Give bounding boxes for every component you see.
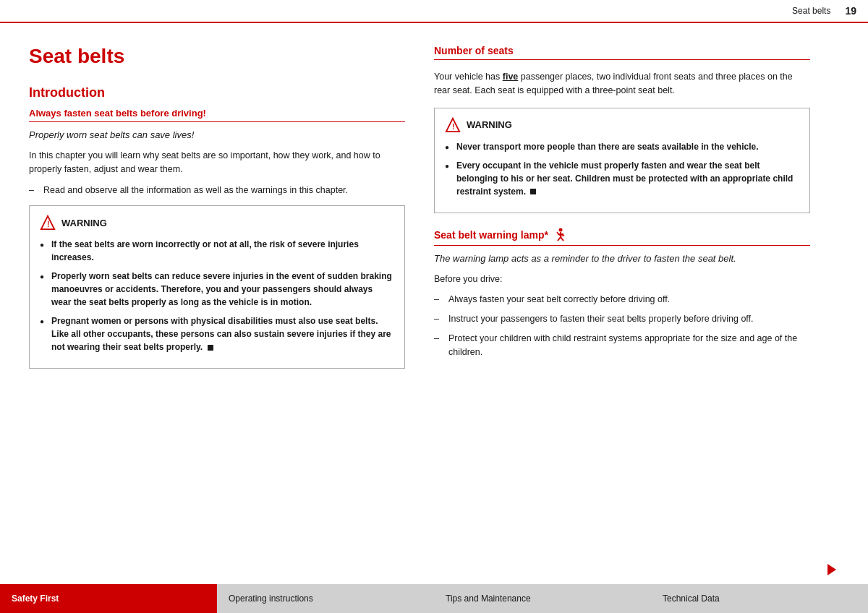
header-section-label: Seat belts (792, 6, 830, 16)
section-heading-introduction: Introduction (29, 85, 405, 100)
before-drive-label: Before you drive: (434, 273, 810, 286)
right-warning-header: ! WARNING (445, 117, 799, 133)
seats-paragraph: Your vehicle has five passenger places, … (434, 70, 810, 98)
right-warning-label: WARNING (467, 119, 512, 130)
seatbelt-item-2: Instruct your passengers to fasten their… (434, 312, 810, 326)
seatbelt-item-3: Protect your children with child restrai… (434, 332, 810, 359)
seatbelt-item-1: Always fasten your seat belt correctly b… (434, 293, 810, 306)
right-warning-icon: ! (445, 117, 461, 133)
next-page-arrow[interactable] (827, 564, 836, 575)
warning-point-2: Properly worn seat belts can reduce seve… (40, 270, 394, 309)
left-warning-box: ! WARNING If the seat belts are worn inc… (29, 205, 405, 369)
list-item: Read and observe all the information as … (29, 184, 405, 197)
footer-safety-label: Safety First (12, 593, 59, 604)
right-warning-point-1: Never transport more people than there a… (445, 140, 799, 153)
footer-technical[interactable]: Technical Data (651, 584, 868, 613)
warning-icon: ! (40, 215, 56, 231)
subsection-heading-fasten: Always fasten seat belts before driving! (29, 108, 405, 122)
warning-point-3: Pregnant women or persons with physical … (40, 314, 394, 353)
right-end-square (530, 189, 536, 194)
svg-text:!: ! (452, 123, 454, 131)
warning-point-1: If the seat belts are worn incorrectly o… (40, 238, 394, 264)
right-warning-point-2: Every occupant in the vehicle must prope… (445, 159, 799, 198)
svg-line-7 (561, 237, 563, 241)
top-bar: Seat belts 19 (0, 0, 868, 23)
seatbelt-dash-list: Always fasten your seat belt correctly b… (434, 293, 810, 359)
footer-tips[interactable]: Tips and Maintenance (434, 584, 651, 613)
end-square (208, 345, 213, 351)
footer-bar: Safety First Operating instructions Tips… (0, 584, 868, 613)
seats-bold-word: five (503, 72, 519, 82)
page-title: Seat belts (29, 45, 405, 68)
warning-label: WARNING (61, 218, 107, 228)
right-warning-box: ! WARNING Never transport more people th… (434, 108, 810, 213)
footer-safety-first[interactable]: Safety First (0, 584, 217, 613)
footer-operating[interactable]: Operating instructions (217, 584, 434, 613)
right-section-heading-seats: Number of seats (434, 45, 810, 60)
footer-technical-label: Technical Data (663, 593, 720, 604)
svg-point-4 (558, 228, 562, 231)
seatbelt-heading: Seat belt warning lamp* (434, 228, 810, 246)
left-column: Seat belts Introduction Always fasten se… (29, 45, 405, 570)
warning-header: ! WARNING (40, 215, 394, 231)
footer-operating-label: Operating instructions (229, 593, 313, 604)
svg-text:!: ! (47, 221, 49, 229)
footer-tips-label: Tips and Maintenance (446, 593, 531, 604)
right-column: Number of seats Your vehicle has five pa… (434, 45, 810, 570)
seatbelt-italic: The warning lamp acts as a reminder to t… (434, 253, 810, 264)
intro-paragraph: In this chapter you will learn why seat … (29, 149, 405, 176)
seatbelt-person-icon (554, 228, 567, 242)
italic-paragraph: Properly worn seat belts can save lives! (29, 129, 405, 140)
intro-dash-list: Read and observe all the information as … (29, 184, 405, 197)
right-warning-points: Never transport more people than there a… (445, 140, 799, 198)
main-content: Seat belts Introduction Always fasten se… (0, 23, 868, 584)
page-number: 19 (845, 5, 856, 17)
seatbelt-heading-text: Seat belt warning lamp* (434, 229, 548, 241)
seats-para-start: Your vehicle has (434, 72, 503, 82)
warning-points-list: If the seat belts are worn incorrectly o… (40, 238, 394, 353)
